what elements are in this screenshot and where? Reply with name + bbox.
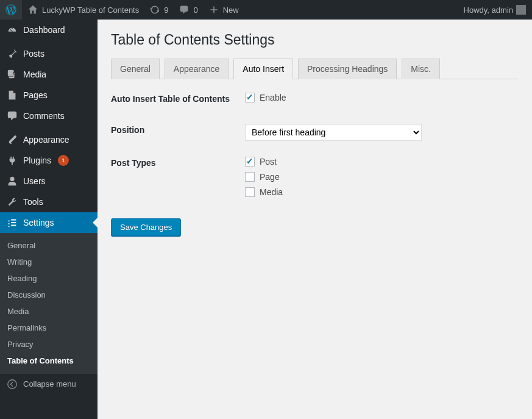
submenu-item-permalinks[interactable]: Permalinks bbox=[0, 320, 98, 336]
collapse-icon bbox=[6, 378, 18, 390]
tabs: GeneralAppearanceAuto InsertProcessing H… bbox=[111, 58, 519, 79]
page-icon bbox=[6, 89, 18, 101]
sidebar-item-tools[interactable]: Tools bbox=[0, 192, 98, 212]
post-type-page[interactable]: Page bbox=[245, 172, 519, 182]
media-icon bbox=[6, 68, 18, 81]
post-type-post[interactable]: Post bbox=[245, 157, 519, 167]
comment-icon bbox=[178, 4, 190, 16]
wordpress-icon bbox=[5, 4, 17, 16]
auto-insert-label: Auto Insert Table of Contents bbox=[111, 93, 245, 108]
tab-processing-headings[interactable]: Processing Headings bbox=[298, 59, 397, 79]
page-title: Table of Contents Settings bbox=[111, 32, 519, 48]
update-badge: 1 bbox=[58, 155, 69, 166]
sidebar-item-plugins[interactable]: Plugins1 bbox=[0, 150, 98, 171]
admin-sidebar: DashboardPostsMediaPagesCommentsAppearan… bbox=[0, 20, 98, 419]
wrench-icon bbox=[6, 196, 18, 208]
updates-count: 9 bbox=[164, 5, 168, 15]
updates-link[interactable]: 9 bbox=[144, 0, 173, 20]
plus-icon bbox=[208, 4, 220, 16]
tab-general[interactable]: General bbox=[111, 59, 160, 79]
new-link[interactable]: New bbox=[203, 0, 244, 20]
post-type-checkbox-post[interactable] bbox=[245, 157, 255, 167]
new-label: New bbox=[223, 5, 239, 15]
submenu-item-media[interactable]: Media bbox=[0, 303, 98, 320]
position-select[interactable]: Before first heading bbox=[245, 124, 422, 141]
comments-link[interactable]: 0 bbox=[173, 0, 202, 20]
svg-point-0 bbox=[8, 379, 16, 388]
post-type-checkbox-page[interactable] bbox=[245, 172, 255, 182]
enable-label: Enable bbox=[260, 93, 286, 102]
post-type-media[interactable]: Media bbox=[245, 187, 519, 197]
avatar bbox=[516, 5, 526, 15]
cog-icon bbox=[6, 217, 18, 229]
plug-icon bbox=[6, 154, 18, 167]
submenu-item-general[interactable]: General bbox=[0, 237, 98, 254]
comments-count: 0 bbox=[193, 5, 197, 15]
sidebar-item-pages[interactable]: Pages bbox=[0, 85, 98, 106]
admin-bar: LuckyWP Table of Contents 9 0 New Howdy,… bbox=[0, 0, 532, 20]
submenu-item-writing[interactable]: Writing bbox=[0, 254, 98, 270]
tab-misc-[interactable]: Misc. bbox=[402, 59, 440, 79]
comment-icon bbox=[6, 110, 18, 122]
submenu-item-privacy[interactable]: Privacy bbox=[0, 336, 98, 353]
dashboard-icon bbox=[6, 24, 18, 36]
sidebar-item-posts[interactable]: Posts bbox=[0, 43, 98, 64]
enable-checkbox[interactable] bbox=[245, 93, 255, 102]
enable-field[interactable]: Enable bbox=[245, 93, 519, 102]
tab-appearance[interactable]: Appearance bbox=[165, 59, 229, 79]
collapse-menu[interactable]: Collapse menu bbox=[0, 373, 98, 394]
site-name: LuckyWP Table of Contents bbox=[42, 5, 139, 15]
save-button[interactable]: Save Changes bbox=[111, 218, 181, 236]
position-label: Position bbox=[111, 124, 245, 141]
pin-icon bbox=[6, 48, 18, 60]
account-link[interactable]: Howdy, admin bbox=[458, 0, 532, 20]
settings-submenu: GeneralWritingReadingDiscussionMediaPerm… bbox=[0, 233, 98, 373]
sidebar-item-users[interactable]: Users bbox=[0, 171, 98, 192]
wp-logo[interactable] bbox=[0, 0, 22, 20]
sidebar-item-settings[interactable]: Settings bbox=[0, 212, 98, 233]
sidebar-item-media[interactable]: Media bbox=[0, 64, 98, 85]
user-icon bbox=[6, 175, 18, 187]
home-icon bbox=[27, 4, 39, 16]
post-types-label: Post Types bbox=[111, 157, 245, 202]
tab-auto-insert[interactable]: Auto Insert bbox=[233, 59, 293, 79]
main-content: Table of Contents Settings GeneralAppear… bbox=[98, 20, 532, 419]
submenu-item-discussion[interactable]: Discussion bbox=[0, 287, 98, 303]
post-type-checkbox-media[interactable] bbox=[245, 187, 255, 197]
howdy-text: Howdy, admin bbox=[464, 5, 513, 15]
submenu-item-table-of-contents[interactable]: Table of Contents bbox=[0, 353, 98, 369]
brush-icon bbox=[6, 134, 18, 146]
site-link[interactable]: LuckyWP Table of Contents bbox=[22, 0, 144, 20]
sidebar-item-appearance[interactable]: Appearance bbox=[0, 129, 98, 150]
sidebar-item-dashboard[interactable]: Dashboard bbox=[0, 20, 98, 40]
refresh-icon bbox=[149, 4, 161, 16]
collapse-label: Collapse menu bbox=[23, 379, 76, 389]
submenu-item-reading[interactable]: Reading bbox=[0, 270, 98, 287]
sidebar-item-comments[interactable]: Comments bbox=[0, 106, 98, 126]
